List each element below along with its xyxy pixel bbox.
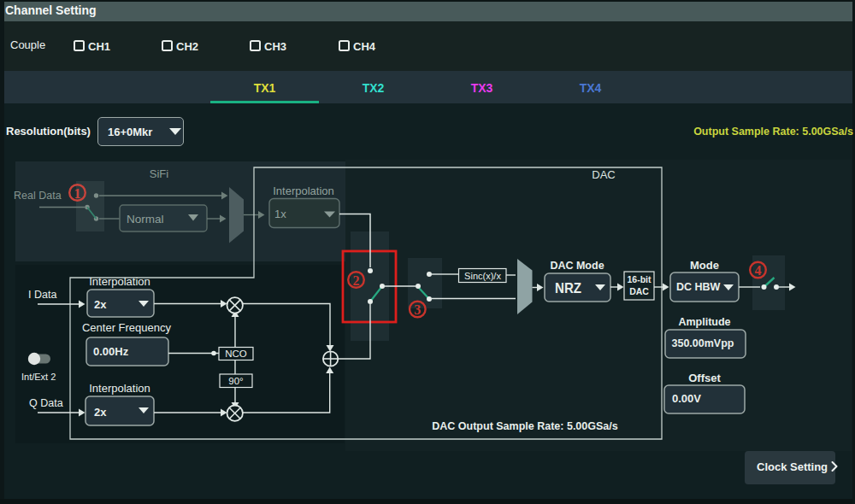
svg-text:4: 4 bbox=[755, 263, 762, 278]
svg-text:DAC Mode: DAC Mode bbox=[550, 260, 604, 272]
svg-text:DAC: DAC bbox=[592, 168, 615, 181]
svg-text:90°: 90° bbox=[228, 376, 243, 386]
svg-text:Center Frequency: Center Frequency bbox=[82, 321, 172, 334]
svg-text:Amplitude: Amplitude bbox=[678, 316, 730, 328]
svg-text:Sinc(x)/x: Sinc(x)/x bbox=[464, 271, 501, 281]
svg-text:NCO: NCO bbox=[225, 349, 247, 359]
svg-text:DC HBW: DC HBW bbox=[676, 281, 721, 293]
svg-text:350.00mVpp: 350.00mVpp bbox=[672, 337, 734, 349]
svg-text:Mode: Mode bbox=[690, 259, 719, 272]
svg-text:2x: 2x bbox=[94, 298, 107, 311]
svg-text:Real Data: Real Data bbox=[14, 190, 62, 202]
svg-text:2x: 2x bbox=[94, 406, 107, 419]
svg-text:0.00V: 0.00V bbox=[672, 392, 701, 405]
svg-text:1: 1 bbox=[74, 186, 81, 201]
svg-text:I Data: I Data bbox=[28, 289, 56, 301]
svg-text:0.00Hz: 0.00Hz bbox=[93, 345, 129, 358]
svg-text:2: 2 bbox=[353, 273, 360, 288]
svg-text:Int/Ext 2: Int/Ext 2 bbox=[21, 372, 56, 382]
svg-text:DAC: DAC bbox=[629, 286, 649, 296]
svg-text:NRZ: NRZ bbox=[555, 280, 581, 296]
svg-text:Offset: Offset bbox=[688, 372, 721, 384]
svg-text:Normal: Normal bbox=[127, 213, 164, 226]
svg-text:Interpolation: Interpolation bbox=[89, 275, 150, 288]
svg-text:16-bit: 16-bit bbox=[627, 274, 652, 284]
svg-text:SiFi: SiFi bbox=[150, 167, 169, 180]
svg-text:DAC Output Sample Rate: 5.00GS: DAC Output Sample Rate: 5.00GSa/s bbox=[432, 420, 617, 432]
svg-text:Interpolation: Interpolation bbox=[89, 382, 150, 395]
svg-text:3: 3 bbox=[414, 302, 421, 317]
svg-text:1x: 1x bbox=[274, 208, 286, 220]
svg-text:Interpolation: Interpolation bbox=[273, 185, 334, 197]
svg-text:Q Data: Q Data bbox=[29, 397, 63, 409]
